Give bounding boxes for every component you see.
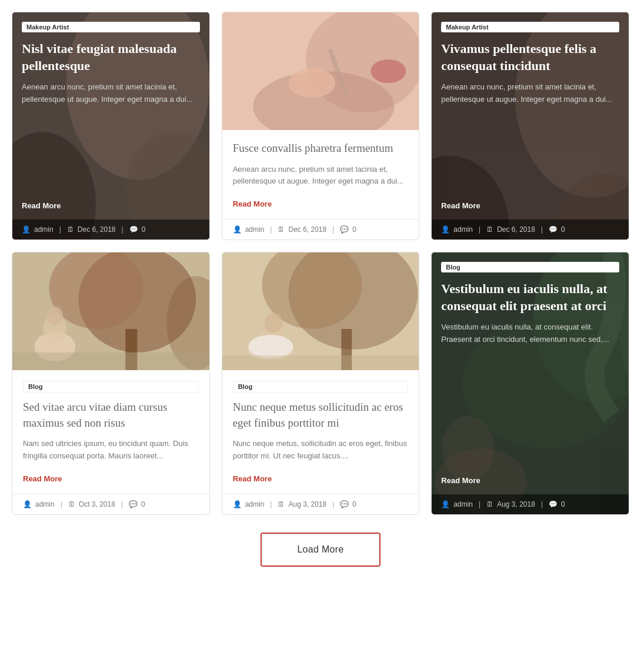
card-5: Blog Nunc neque metus sollicitudin ac er… — [222, 252, 420, 515]
card-6-title: Vestibulum eu iaculis nulla, at consequa… — [441, 281, 619, 314]
card-5-date: Aug 3, 2018 — [288, 500, 326, 508]
comment-icon-5: 💬 — [340, 500, 349, 508]
card-6-read-more[interactable]: Read More — [441, 476, 619, 485]
card-3-excerpt: Aenean arcu nunc, pretium sit amet lacin… — [441, 81, 619, 106]
card-4-read-more[interactable]: Read More — [23, 474, 199, 483]
card-6-footer: 👤 admin | 🗓 Aug 3, 2018 | 💬 0 — [432, 494, 629, 514]
comment-icon-6: 💬 — [549, 500, 557, 508]
card-5-badge: Blog — [233, 381, 409, 392]
card-2-footer: 👤 admin | 🗓 Dec 6, 2018 | 💬 0 — [222, 219, 419, 239]
cal-icon-6: 🗓 — [486, 500, 493, 508]
card-2-title: Fusce convallis pharetra fermentum — [233, 141, 409, 157]
card-4-image — [12, 252, 209, 370]
sep1: | — [59, 225, 61, 234]
user-icon-2: 👤 — [233, 225, 242, 234]
cal-icon-2: 🗓 — [278, 225, 285, 234]
svg-point-20 — [46, 307, 63, 325]
card-1-badge: Makeup Artist — [22, 22, 200, 32]
card-5-author: admin — [245, 500, 265, 508]
card-3-read-more[interactable]: Read More — [441, 201, 619, 210]
cal-icon-3: 🗓 — [486, 225, 493, 234]
card-2-author: admin — [245, 225, 265, 234]
svg-point-7 — [288, 68, 335, 98]
card-6-author: admin — [453, 500, 473, 508]
card-5-footer: 👤 admin | 🗓 Aug 3, 2018 | 💬 0 — [222, 494, 419, 514]
card-4-footer: 👤 admin | 🗓 Oct 3, 2018 | 💬 0 — [12, 494, 209, 514]
card-2-content: Fusce convallis pharetra fermentum Aenea… — [222, 130, 419, 219]
calendar-icon: 🗓 — [67, 225, 74, 234]
blog-grid: Makeup Artist Nisl vitae feugiat malesua… — [12, 12, 629, 515]
card-3-date: Dec 6, 2018 — [497, 225, 535, 234]
card-6-comments: 0 — [561, 500, 565, 508]
svg-point-30 — [248, 335, 293, 358]
user-icon: 👤 — [22, 225, 31, 234]
card-4-content: Blog Sed vitae arcu vitae diam cursus ma… — [12, 370, 209, 494]
card-3-footer: 👤 admin | 🗓 Dec 6, 2018 | 💬 0 — [432, 219, 629, 239]
cal-icon-4: 🗓 — [68, 500, 75, 508]
user-icon-4: 👤 — [23, 500, 32, 508]
svg-rect-22 — [12, 352, 209, 370]
card-3: Makeup Artist Vivamus pellentesque felis… — [431, 12, 629, 240]
comment-icon-3: 💬 — [549, 225, 557, 234]
card-1-read-more[interactable]: Read More — [22, 201, 200, 210]
svg-rect-31 — [222, 355, 419, 370]
comment-icon: 💬 — [129, 225, 138, 234]
card-1-excerpt: Aenean arcu nunc, pretium sit amet lacin… — [22, 81, 200, 106]
card-1: Makeup Artist Nisl vitae feugiat malesua… — [12, 12, 210, 240]
card-4-badge: Blog — [23, 381, 199, 392]
card-2: Fusce convallis pharetra fermentum Aenea… — [222, 12, 420, 240]
card-1-author: admin — [34, 225, 54, 234]
card-4-comments: 0 — [141, 500, 145, 508]
svg-point-9 — [370, 59, 406, 83]
card-4-author: admin — [35, 500, 55, 508]
card-5-comments: 0 — [352, 500, 356, 508]
card-3-author: admin — [453, 225, 473, 234]
card-1-content: Makeup Artist Nisl vitae feugiat malesua… — [12, 12, 209, 219]
card-1-footer: 👤 admin | 🗓 Dec 6, 2018 | 💬 0 — [12, 219, 209, 239]
card-6-badge: Blog — [441, 262, 619, 272]
sep2: | — [122, 225, 123, 234]
card-2-date: Dec 6, 2018 — [288, 225, 326, 234]
card-5-read-more[interactable]: Read More — [233, 474, 409, 483]
card-3-title: Vivamus pellentesque felis a consequat t… — [441, 41, 619, 74]
load-more-button[interactable]: Load More — [261, 533, 380, 567]
card-6-content: Blog Vestibulum eu iaculis nulla, at con… — [432, 252, 629, 494]
card-4-excerpt: Nam sed ultricies ipsum, eu tincidunt qu… — [23, 438, 199, 463]
card-2-read-more[interactable]: Read More — [233, 199, 409, 208]
comment-icon-4: 💬 — [129, 500, 138, 508]
card-6: Blog Vestibulum eu iaculis nulla, at con… — [431, 252, 629, 515]
card-4-date: Oct 3, 2018 — [79, 500, 115, 508]
user-icon-5: 👤 — [233, 500, 242, 508]
load-more-wrapper: Load More — [12, 533, 629, 567]
comment-icon-2: 💬 — [340, 225, 349, 234]
card-5-content: Blog Nunc neque metus sollicitudin ac er… — [222, 370, 419, 494]
card-5-image — [222, 252, 419, 370]
card-4-title: Sed vitae arcu vitae diam cursus maximus… — [23, 400, 199, 431]
card-1-title: Nisl vitae feugiat malesuada pellentesqu… — [22, 41, 200, 74]
card-4: Blog Sed vitae arcu vitae diam cursus ma… — [12, 252, 210, 515]
cal-icon-5: 🗓 — [278, 500, 285, 508]
card-5-excerpt: Nunc neque metus, sollicitudin ac eros e… — [233, 438, 409, 463]
card-1-comments: 0 — [142, 225, 146, 234]
card-2-excerpt: Aenean arcu nunc, pretium sit amet lacin… — [233, 164, 409, 188]
card-5-title: Nunc neque metus sollicitudin ac eros eg… — [233, 400, 409, 431]
card-3-comments: 0 — [561, 225, 565, 234]
card-2-image — [222, 12, 419, 130]
svg-point-29 — [265, 313, 282, 333]
card-6-excerpt: Vestibulum eu iaculis nulla, at consequa… — [441, 321, 619, 346]
card-2-comments: 0 — [352, 225, 356, 234]
card-3-content: Makeup Artist Vivamus pellentesque felis… — [432, 12, 629, 219]
card-3-badge: Makeup Artist — [441, 22, 619, 32]
card-1-date: Dec 6, 2018 — [78, 225, 116, 234]
user-icon-3: 👤 — [441, 225, 450, 234]
user-icon-6: 👤 — [441, 500, 450, 508]
card-6-date: Aug 3, 2018 — [497, 500, 535, 508]
